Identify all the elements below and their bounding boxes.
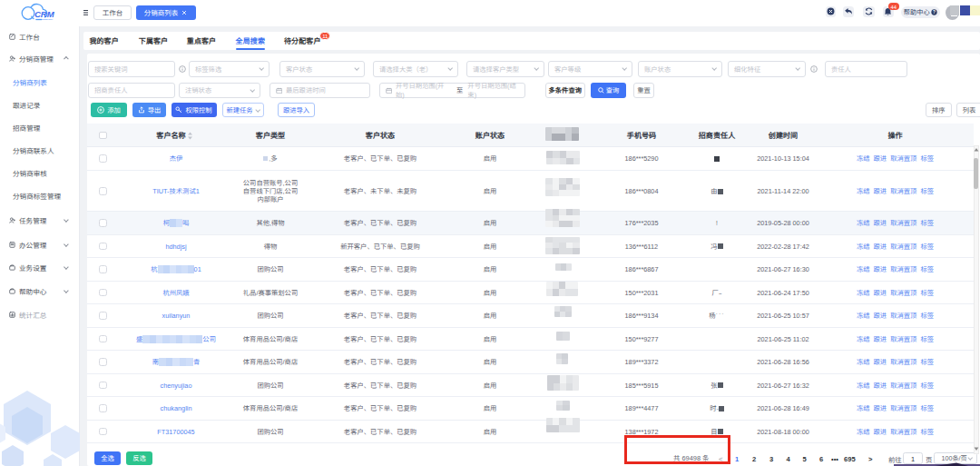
svg-text:CHINA SPORT CRM: CHINA SPORT CRM — [35, 17, 53, 21]
svg-text:?: ? — [933, 9, 936, 15]
